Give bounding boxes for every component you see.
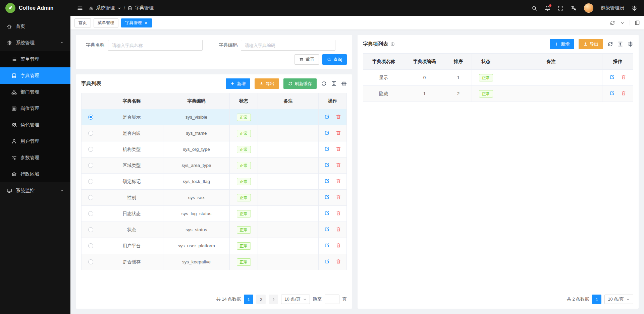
row-radio[interactable] (88, 179, 93, 184)
table-row[interactable]: 机构类型 sys_org_type 正常 (82, 141, 347, 158)
row-height-icon[interactable] (618, 41, 623, 47)
tab-dict-mgmt[interactable]: 字典管理 (121, 18, 152, 27)
edit-icon[interactable] (324, 194, 330, 201)
page-button-1[interactable]: 1 (592, 295, 601, 304)
delete-icon[interactable] (336, 243, 341, 249)
fullscreen-icon[interactable] (558, 5, 564, 11)
tabbar-tools (610, 20, 640, 25)
layout-toggle-icon[interactable] (630, 20, 640, 25)
row-radio[interactable] (88, 163, 93, 168)
info-icon[interactable] (390, 42, 395, 46)
page-button-1[interactable]: 1 (244, 295, 253, 304)
edit-icon[interactable] (324, 227, 330, 233)
export-dict-items-button[interactable]: 导出 (579, 39, 603, 49)
avatar[interactable] (584, 3, 593, 13)
refresh-table-icon[interactable] (321, 81, 327, 86)
edit-icon[interactable] (324, 130, 330, 136)
search-icon[interactable] (532, 5, 537, 11)
current-user-name[interactable]: 超级管理员 (601, 5, 624, 11)
table-row[interactable]: 是否缓存 sys_keepalive 正常 (82, 254, 347, 270)
delete-icon[interactable] (336, 178, 341, 185)
table-row[interactable]: 区域类型 sys_area_type 正常 (82, 158, 347, 174)
refresh-cache-button[interactable]: 刷新缓存 (283, 78, 317, 89)
edit-icon[interactable] (324, 259, 330, 265)
row-radio[interactable] (88, 243, 93, 248)
edit-icon[interactable] (609, 90, 615, 97)
sidebar-item-system-mgmt[interactable]: 系统管理 (0, 35, 70, 51)
row-radio[interactable] (88, 115, 93, 120)
sidebar-item-user-mgmt[interactable]: 用户管理 (0, 133, 70, 149)
delete-icon[interactable] (621, 74, 626, 81)
sidebar-item-dict-mgmt[interactable]: 字典管理 (0, 67, 70, 84)
table-row[interactable]: 性别 sys_sex 正常 (82, 190, 347, 206)
delete-icon[interactable] (336, 162, 341, 169)
edit-icon[interactable] (324, 178, 330, 185)
sidebar-item-dept-mgmt[interactable]: 部门管理 (0, 84, 70, 100)
delete-icon[interactable] (336, 146, 341, 152)
delete-icon[interactable] (336, 114, 341, 120)
column-settings-gear-icon[interactable] (628, 41, 633, 47)
breadcrumb-level1[interactable]: 系统管理 (96, 5, 115, 11)
edit-icon[interactable] (324, 210, 330, 217)
dict-name-input[interactable] (108, 40, 203, 51)
edit-icon[interactable] (324, 146, 330, 152)
settings-gear-icon[interactable] (632, 5, 637, 11)
sidebar-item-menu-mgmt[interactable]: 菜单管理 (0, 51, 70, 67)
sidebar-item-home[interactable]: 首页 (0, 18, 70, 35)
refresh-table-icon[interactable] (607, 41, 613, 47)
tab-options-chevron-icon[interactable] (621, 21, 624, 25)
table-row[interactable]: 锁定标记 sys_lock_flag 正常 (82, 174, 347, 190)
table-row[interactable]: 状态 sys_status 正常 (82, 222, 347, 238)
refresh-page-icon[interactable] (610, 20, 615, 25)
dict-code-input[interactable] (241, 40, 335, 51)
delete-icon[interactable] (336, 210, 341, 217)
row-radio[interactable] (88, 131, 93, 136)
row-radio[interactable] (88, 195, 93, 200)
next-page-button[interactable] (269, 295, 278, 304)
edit-icon[interactable] (324, 114, 330, 120)
main-area: 系统管理 / 字典管理 超级管理员 首页 (70, 0, 644, 314)
tab-home[interactable]: 首页 (74, 18, 91, 27)
sidebar-item-system-monitor[interactable]: 系统监控 (0, 182, 70, 199)
page-size-select[interactable]: 10 条/页 (281, 295, 310, 304)
edit-icon[interactable] (324, 162, 330, 169)
edit-icon[interactable] (324, 243, 330, 249)
jump-page-input[interactable] (325, 295, 339, 304)
sidebar-item-post-mgmt[interactable]: 岗位管理 (0, 100, 70, 117)
remark-cell (258, 158, 319, 174)
add-dict-item-button[interactable]: 新增 (550, 39, 574, 49)
row-radio[interactable] (88, 147, 93, 152)
notifications-bell-icon[interactable] (545, 5, 550, 11)
close-icon[interactable] (144, 21, 148, 25)
sidebar-item-role-mgmt[interactable]: 角色管理 (0, 117, 70, 133)
add-dict-button[interactable]: 新增 (226, 78, 250, 89)
translate-icon[interactable] (571, 5, 577, 11)
table-row[interactable]: 隐藏 1 2 正常 (363, 86, 633, 102)
table-row[interactable]: 是否内嵌 sys_frame 正常 (82, 125, 347, 141)
sidebar-item-param-mgmt[interactable]: 参数管理 (0, 149, 70, 166)
page-size-select[interactable]: 10 条/页 (604, 295, 633, 304)
tab-menu-mgmt[interactable]: 菜单管理 (94, 18, 118, 27)
delete-icon[interactable] (336, 194, 341, 201)
page-button-2[interactable]: 2 (256, 295, 266, 304)
dict-code-field: 字典编码 (219, 40, 335, 51)
sidebar-item-region-mgmt[interactable]: 行政区域 (0, 166, 70, 182)
table-row[interactable]: 是否显示 sys_visible 正常 (82, 109, 347, 125)
column-settings-gear-icon[interactable] (341, 81, 347, 86)
collapse-sidebar-icon[interactable] (77, 5, 83, 11)
reset-button[interactable]: 重置 (294, 54, 319, 65)
delete-icon[interactable] (336, 130, 341, 136)
table-row[interactable]: 用户平台 sys_user_platform 正常 (82, 238, 347, 254)
row-radio[interactable] (88, 211, 93, 216)
export-dict-button[interactable]: 导出 (255, 78, 279, 89)
table-row[interactable]: 显示 0 1 正常 (363, 70, 633, 86)
row-radio[interactable] (88, 259, 93, 264)
table-row[interactable]: 日志状态 sys_log_status 正常 (82, 206, 347, 222)
query-button[interactable]: 查询 (322, 54, 347, 65)
row-radio[interactable] (88, 227, 93, 232)
delete-icon[interactable] (336, 259, 341, 265)
delete-icon[interactable] (336, 227, 341, 233)
edit-icon[interactable] (609, 74, 615, 81)
delete-icon[interactable] (621, 90, 626, 97)
row-height-icon[interactable] (331, 81, 337, 86)
